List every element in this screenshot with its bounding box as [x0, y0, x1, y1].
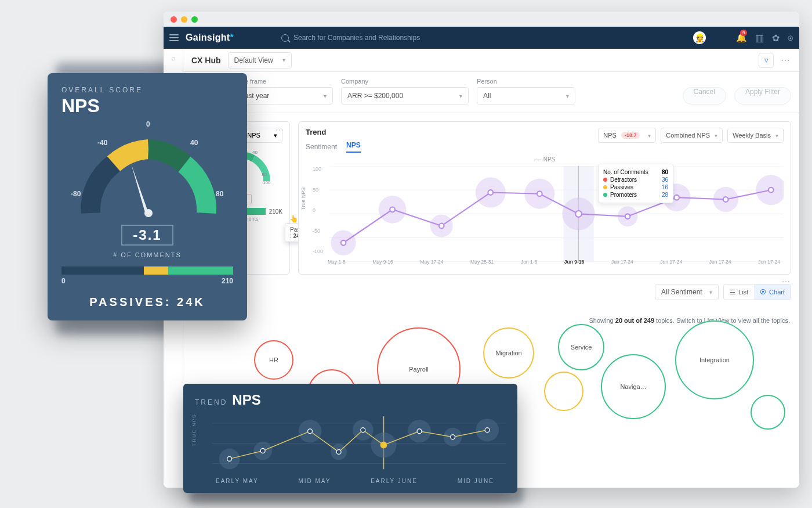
svg-point-48: [361, 428, 365, 433]
trend-card-chart: TRUE NPS: [195, 412, 506, 475]
svg-point-22: [488, 190, 493, 195]
window-titlebar: [164, 12, 799, 27]
overall-label: OVERALL SCORE: [61, 86, 233, 94]
topic-bubble[interactable]: Service: [558, 324, 604, 370]
topic-bubble[interactable]: Migration: [483, 327, 534, 379]
svg-point-51: [485, 428, 490, 433]
trend-chart[interactable]: True NPS 100500-50-100: [306, 166, 784, 265]
overall-title: NPS: [61, 95, 233, 117]
svg-point-27: [723, 197, 728, 202]
topic-bubble[interactable]: [544, 372, 583, 411]
topic-bubble[interactable]: HR: [254, 340, 293, 380]
apps-icon[interactable]: ✿: [772, 33, 780, 44]
nps-delta-badge: -10.7: [621, 132, 640, 139]
list-icon: ☰: [730, 289, 735, 296]
view-list: ☰List: [724, 284, 754, 300]
trend-hover-tooltip: No. of Comments80 Detractors36 Passives1…: [598, 164, 673, 203]
trend-card-label: TREND: [195, 398, 227, 406]
svg-point-52: [380, 442, 387, 449]
tab-sentiment[interactable]: Sentiment: [306, 143, 337, 151]
top-navbar: Gainsight* Search for Companies and Rela…: [164, 27, 799, 49]
window-min-icon[interactable]: [181, 16, 187, 23]
svg-point-45: [260, 449, 265, 453]
notif-count-badge: 9: [740, 30, 747, 36]
trend-card-title: NPS: [232, 392, 260, 408]
filter-company-label: Company: [341, 78, 469, 85]
filter-timeframe[interactable]: Last year▾: [234, 87, 333, 105]
topic-bubble[interactable]: [751, 395, 785, 430]
trend-basis-select[interactable]: Weekly Basis▾: [727, 128, 784, 143]
sentiment-select[interactable]: All Sentiment▾: [655, 284, 719, 300]
tab-nps[interactable]: NPS: [346, 141, 361, 153]
filter-bar: Source ▾ Time frame Last year▾ Company A…: [183, 72, 799, 113]
svg-point-49: [417, 429, 422, 434]
overall-gauge: 0 -40 40 -80 80: [61, 114, 233, 225]
svg-point-20: [390, 207, 395, 212]
svg-point-19: [341, 240, 346, 246]
svg-point-24: [575, 211, 582, 217]
cancel-button[interactable]: Cancel: [683, 87, 726, 105]
svg-point-50: [451, 435, 455, 439]
trend-overlay-card: TREND NPS TRUE NPS EARLY MAYMID MAY EARL…: [183, 384, 517, 493]
page-header: CX Hub Default View▾ ▿ ⋯: [183, 49, 799, 72]
page-title: CX Hub: [191, 56, 221, 65]
trend-legend: NPS: [306, 156, 784, 163]
svg-point-46: [308, 429, 313, 434]
window-max-icon[interactable]: [191, 16, 198, 23]
mini-bar-total: 210K: [269, 208, 282, 215]
filter-timeframe-label: Time frame: [234, 78, 333, 85]
user-avatar[interactable]: 👷: [693, 31, 706, 44]
global-search[interactable]: Search for Companies and Relationships: [281, 34, 420, 42]
search-placeholder: Search for Companies and Relationships: [293, 34, 420, 42]
rail-search-icon[interactable]: ⌕: [171, 53, 176, 62]
dist-min: 0: [61, 277, 66, 285]
svg-point-23: [537, 191, 542, 196]
svg-point-25: [625, 214, 630, 219]
view-chart: ⦿Chart: [754, 284, 791, 300]
topic-bubble[interactable]: Naviga…: [601, 354, 666, 419]
trend-panel: ⋯ Trend Sentiment NPS NPS -10.7 ▾ Combin…: [298, 121, 791, 275]
svg-point-47: [336, 450, 341, 455]
apply-filter-button[interactable]: Apply Filter: [734, 87, 791, 105]
menu-icon[interactable]: [169, 34, 179, 41]
svg-point-44: [227, 456, 232, 461]
trend-metric-select[interactable]: NPS -10.7 ▾: [598, 128, 656, 143]
filter-company[interactable]: ARR >= $200,000▾: [341, 87, 469, 105]
window-close-icon[interactable]: [171, 16, 177, 23]
filter-person[interactable]: All▾: [477, 87, 575, 105]
passives-highlight: PASSIVES: 24K: [61, 296, 233, 309]
trend-tabs: Sentiment NPS: [306, 141, 784, 153]
view-toggle[interactable]: ☰List ⦿Chart: [723, 284, 791, 300]
profile-icon[interactable]: ⍟: [788, 33, 793, 43]
svg-point-26: [674, 195, 679, 200]
overall-dist-bar: [61, 266, 233, 275]
dist-max: 210: [222, 277, 233, 285]
view-select[interactable]: Default View▾: [228, 52, 292, 69]
filter-icon[interactable]: ▿: [759, 53, 774, 68]
page-more-icon[interactable]: ⋯: [781, 55, 791, 66]
topic-bubble[interactable]: Integration: [675, 320, 754, 399]
overall-score-card: OVERALL SCORE NPS 0 -40 40 -80 80 -3.1 #…: [48, 73, 247, 320]
overall-score-value: -3.1: [121, 225, 173, 246]
comments-label: # OF COMMENTS: [61, 251, 233, 258]
trend-type-select[interactable]: Combined NPS▾: [661, 128, 723, 143]
trend-card-xticks: EARLY MAYMID MAY EARLY JUNEMID JUNE: [195, 478, 506, 484]
panel-more-icon[interactable]: ⋯: [276, 125, 285, 135]
svg-point-28: [768, 188, 774, 193]
svg-point-21: [439, 224, 444, 229]
cursor-icon: 👆: [289, 215, 298, 223]
search-icon: [281, 34, 289, 42]
library-icon[interactable]: ▥: [755, 33, 764, 44]
filter-person-label: Person: [477, 78, 575, 85]
chart-icon: ⦿: [760, 289, 766, 296]
app-logo: Gainsight*: [186, 33, 234, 43]
trend-xticks: May 1-8May 9-16May 17-24 May 25-31Jun 1-…: [328, 259, 780, 265]
notifications-icon[interactable]: 🔔9: [736, 33, 747, 43]
